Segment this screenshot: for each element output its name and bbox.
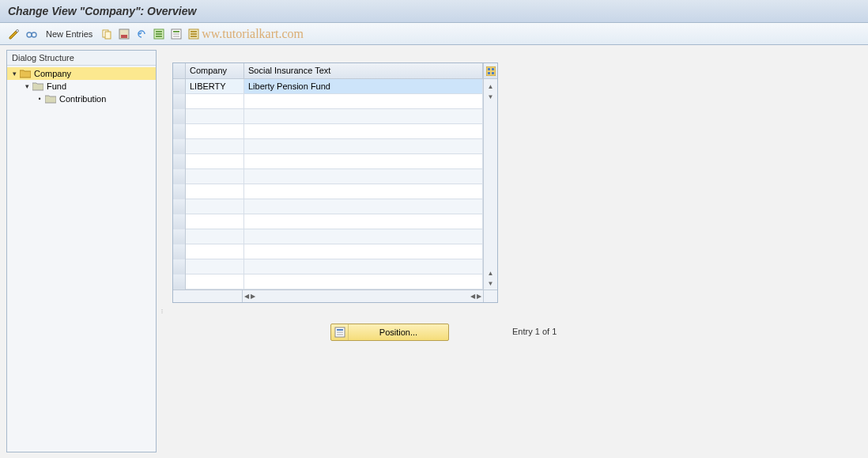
svg-rect-23 [488,72,490,74]
folder-open-icon [20,69,31,78]
row-selector[interactable] [173,214,186,229]
table-row-empty[interactable] [173,124,483,139]
horizontal-scrollbar[interactable]: ◀▶ ◀▶ [173,290,497,302]
scroll-down-icon[interactable]: ▼ [488,280,494,287]
row-selector[interactable] [173,154,186,169]
cell-empty[interactable] [186,94,244,108]
scroll-up-icon[interactable]: ▲ [488,270,494,277]
table-row[interactable]: LIBERTY Liberty Pension Fund [173,79,483,94]
sidebar-header: Dialog Structure [7,51,156,66]
new-entries-button[interactable]: New Entries [43,29,96,39]
cell-empty[interactable] [244,109,483,123]
cell-empty[interactable] [186,244,244,259]
table-row-empty[interactable] [173,244,483,259]
table-header-row: Company Social Insurance Text [173,63,497,79]
table-row-empty[interactable] [173,139,483,154]
cell-empty[interactable] [244,124,483,138]
row-selector-header[interactable] [173,63,186,78]
scroll-right-icon[interactable]: ▶ [251,293,255,301]
cell-empty[interactable] [186,154,244,168]
copy-icon[interactable] [100,28,113,40]
cell-empty[interactable] [244,184,483,199]
deselect-all-icon[interactable] [187,28,200,40]
position-button-label: Position... [349,327,448,337]
cell-empty[interactable] [244,274,483,289]
row-selector[interactable] [173,259,186,274]
table-row-empty[interactable] [173,214,483,229]
svg-rect-22 [492,68,494,70]
cell-empty[interactable] [244,169,483,184]
row-selector[interactable] [173,124,186,139]
collapse-icon[interactable]: ▾ [23,82,31,90]
table-row-empty[interactable] [173,154,483,169]
cell-empty[interactable] [244,229,483,244]
row-selector[interactable] [173,139,186,154]
row-selector[interactable] [173,274,186,290]
cell-empty[interactable] [186,274,244,289]
cell-empty[interactable] [186,139,244,153]
table-row-empty[interactable] [173,169,483,184]
table-settings-icon[interactable] [483,63,497,78]
cell-empty[interactable] [186,214,244,229]
hscroll-spacer [173,290,243,302]
cell-empty[interactable] [244,244,483,259]
glasses-icon[interactable] [25,28,38,40]
column-header-company[interactable]: Company [186,63,244,78]
row-selector[interactable] [173,244,186,259]
cell-empty[interactable] [244,259,483,274]
cell-empty[interactable] [244,139,483,153]
row-selector[interactable] [173,169,186,184]
cell-empty[interactable] [186,109,244,123]
cell-empty[interactable] [186,229,244,244]
cell-empty[interactable] [186,124,244,138]
cell-empty[interactable] [244,94,483,108]
tree-item-contribution[interactable]: • Contribution [7,93,156,105]
pencil-glasses-icon[interactable] [8,28,21,40]
scroll-left-icon[interactable]: ◀ [244,293,249,301]
table-row-empty[interactable] [173,274,483,290]
svg-rect-21 [488,68,490,70]
table-row-empty[interactable] [173,184,483,199]
tree-item-fund[interactable]: ▾ Fund [7,80,156,93]
undo-icon[interactable] [135,28,148,40]
cell-empty[interactable] [244,199,483,214]
table-row-empty[interactable] [173,94,483,109]
svg-rect-14 [173,33,179,35]
cell-empty[interactable] [186,199,244,214]
cell-social-insurance-text[interactable]: Liberty Pension Fund [244,79,483,93]
cell-empty[interactable] [186,259,244,274]
bullet-icon: • [36,95,43,103]
row-selector[interactable] [173,199,186,214]
scroll-left-icon[interactable]: ◀ [470,293,475,301]
table-row-empty[interactable] [173,229,483,244]
collapse-icon[interactable]: ▾ [10,70,18,78]
tree-label: Fund [47,81,66,91]
row-selector[interactable] [173,109,186,124]
select-all-icon[interactable] [153,28,165,40]
entry-status-text: Entry 1 of 1 [512,327,557,336]
main-area: Company Social Insurance Text LIBERTY Li… [164,45,868,457]
tree-item-company[interactable]: ▾ Company [7,67,156,80]
save-var-icon[interactable] [118,28,130,40]
position-button[interactable]: Position... [330,324,449,341]
vertical-scrollbar[interactable]: ▲▼ ▲▼ [483,79,497,290]
cell-company[interactable]: LIBERTY [186,79,244,93]
row-selector[interactable] [173,79,186,94]
cell-empty[interactable] [186,184,244,199]
column-header-social-insurance-text[interactable]: Social Insurance Text [244,63,483,78]
scroll-up-icon[interactable]: ▲ [488,83,494,90]
table-row-empty[interactable] [173,109,483,124]
table-row-empty[interactable] [173,199,483,214]
select-block-icon[interactable] [170,28,183,40]
cell-empty[interactable] [244,154,483,168]
table-row-empty[interactable] [173,259,483,274]
scroll-right-icon[interactable]: ▶ [477,293,481,301]
tree-label: Company [34,69,71,78]
scroll-down-icon[interactable]: ▼ [488,93,494,100]
cell-empty[interactable] [186,169,244,184]
watermark-text: ww.tutorialkart.com [202,27,304,41]
cell-empty[interactable] [244,214,483,229]
row-selector[interactable] [173,184,186,199]
row-selector[interactable] [173,94,186,109]
row-selector[interactable] [173,229,186,244]
